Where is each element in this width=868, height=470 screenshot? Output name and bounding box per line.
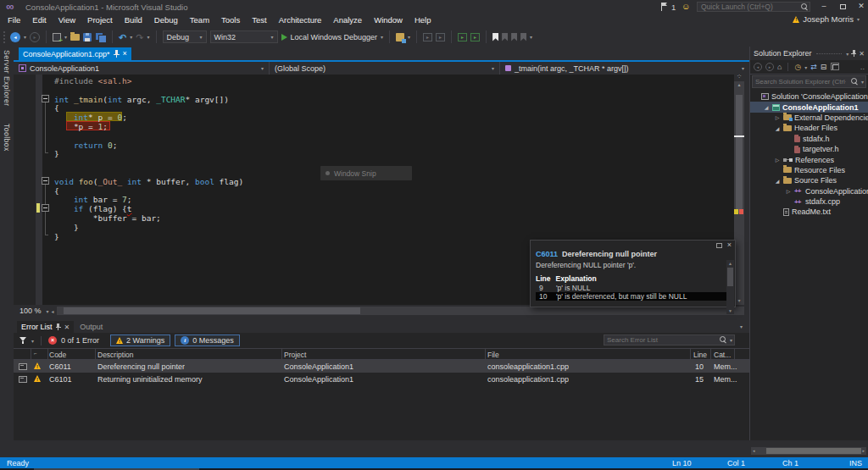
step-over-button[interactable]: ▸ [470,33,480,41]
toolbar-grip[interactable] [3,31,7,43]
menu-debug[interactable]: Debug [148,14,184,27]
scroll-left-icon[interactable]: ◂ [52,308,54,314]
scrollbar-thumb[interactable] [727,268,733,286]
pin-icon[interactable] [114,50,120,58]
chevron-down-icon[interactable]: ▾ [730,337,732,343]
tree-item-solution-consoleapplication1[interactable]: Solution 'ConsoleApplication1' ( [750,91,868,102]
collapse-all-icon[interactable]: ⊟ [821,63,827,71]
collapsed-arrow-icon[interactable]: ▷ [774,114,781,120]
new-item-button[interactable] [53,33,61,41]
step-into-button[interactable]: ▸ [458,33,467,41]
tree-item-consoleapplication1[interactable]: ◢ConsoleApplication1 [750,102,868,112]
notifications-count[interactable]: 1 [671,3,676,12]
solution-explorer-header[interactable]: Solution Explorer ▾ ✕ [750,47,868,60]
toolbar-overflow-icon[interactable]: ▾ [530,34,532,40]
scroll-down-icon[interactable]: ▼ [726,307,734,314]
error-row-c6101[interactable]: C6101Returning uninitialized memoryConso… [14,373,749,385]
expanded-arrow-icon[interactable]: ◢ [774,178,781,184]
menu-file[interactable]: File [2,14,26,27]
sync-with-active-document-button[interactable] [396,33,404,41]
restore-button[interactable] [834,0,851,12]
tree-item-header-files[interactable]: ◢Header Files [750,123,868,133]
start-debugging-icon[interactable] [281,34,287,41]
code-line[interactable]: void foo(_Out_ int * buffer, bool flag) [54,177,243,186]
chevron-down-icon[interactable]: ▾ [24,34,26,40]
close-icon[interactable]: × [123,50,127,58]
tree-item-stdafx-cpp[interactable]: ++stdafx.cpp [750,196,868,207]
member-dropdown[interactable]: _tmain(int argc, _TCHAR * argv[]) ▾ [500,62,749,75]
code-line[interactable]: } [54,149,59,158]
code-line[interactable]: { [54,103,59,113]
explanation-row[interactable]: 10'p' is dereferenced, but may still be … [536,292,727,301]
code-line[interactable]: int bar = 7; [54,195,132,204]
column-header-line[interactable]: Line [693,351,707,359]
error-list-search-box[interactable]: ▾ [604,335,735,346]
open-file-button[interactable] [70,34,80,41]
suppress-message-icon[interactable] [19,363,27,370]
solution-explorer-search-box[interactable]: ▾ [752,75,866,88]
tab-error-list[interactable]: Error List ✕ [17,321,74,333]
back-button[interactable]: ◂ [754,63,762,71]
pin-icon[interactable] [851,50,856,57]
quick-launch-input[interactable] [698,3,798,11]
menu-architecture[interactable]: Architecture [273,14,328,27]
collapsed-arrow-icon[interactable]: ▷ [774,157,781,163]
float-window-icon[interactable] [716,243,722,248]
find-in-files-button[interactable]: ▸ [423,33,432,41]
menu-edit[interactable]: Edit [26,14,52,27]
save-button[interactable] [83,33,92,41]
project-dropdown[interactable]: ConsoleApplication1 ▾ [14,62,270,75]
popup-scrollbar[interactable]: ▲ ▼ [726,260,734,314]
navigate-to-button[interactable]: ▸ [436,33,445,41]
undo-button[interactable]: ↶ [119,32,126,42]
solution-configuration-dropdown[interactable]: Debug▾ [163,30,207,43]
clear-bookmarks-button[interactable] [520,33,526,41]
editor-horizontal-scrollbar[interactable] [57,307,744,315]
home-icon[interactable]: ⌂ [777,63,782,71]
code-line[interactable]: *buffer = bar; [54,213,161,223]
chevron-down-icon[interactable]: ▾ [31,338,34,344]
solution-explorer-search-input[interactable] [753,78,849,86]
tree-item-external-dependencies[interactable]: ▷External Dependencies [750,113,868,123]
tree-item-targetver-h[interactable]: targetver.h [750,144,868,154]
scrollbar-thumb[interactable] [766,448,861,454]
expanded-arrow-icon[interactable]: ◢ [774,125,781,131]
chevron-down-icon[interactable]: ▾ [64,34,67,40]
scroll-left-icon[interactable]: ◂ [753,447,755,455]
menu-help[interactable]: Help [409,14,437,27]
solution-explorer-horizontal-scrollbar[interactable]: ◂ ▸ [751,447,866,455]
errors-toggle[interactable]: 0 of 1 Error [61,336,99,345]
column-header-description[interactable]: Description [97,351,134,359]
minimize-button[interactable]: – [815,0,832,12]
pending-changes-filter-icon[interactable]: ◷ [794,63,801,71]
menu-build[interactable]: Build [119,14,148,27]
expanded-arrow-icon[interactable]: ◢ [763,104,770,110]
sync-with-active-document-icon[interactable]: ⇄ [810,63,817,71]
window-position-icon[interactable]: ▾ [846,51,849,57]
document-tab-consoleapplication1-cpp[interactable]: ConsoleApplication1.cpp* × [19,47,131,60]
pin-icon[interactable] [56,323,61,330]
warnings-toggle[interactable]: 2 Warnings [110,335,170,346]
tree-item-source-files[interactable]: ◢Source Files [750,175,868,185]
properties-icon[interactable] [832,64,839,70]
collapsed-arrow-icon[interactable]: ▷ [785,188,792,194]
tree-item-consoleapplication1-c[interactable]: ▷++ConsoleApplication1.c [750,186,868,196]
toggle-bookmark-button[interactable] [492,33,498,41]
tree-item-references[interactable]: ▷References [750,154,868,164]
code-line[interactable]: return 0; [54,141,117,150]
code-line[interactable]: } [54,223,79,232]
explanation-row[interactable]: 9'p' is NULL [536,284,735,292]
severity-sort-icon[interactable]: ⌐ [34,351,37,356]
redo-button[interactable]: ↷ [136,32,143,42]
error-list-search-input[interactable] [604,336,717,344]
tab-output[interactable]: Output [75,321,107,333]
chevron-down-icon[interactable]: ▾ [381,34,383,40]
column-header-code[interactable]: Code [49,351,66,359]
menu-window[interactable]: Window [368,14,409,27]
chevron-down-icon[interactable]: ▾ [47,308,49,314]
chevron-down-icon[interactable]: ▾ [804,64,807,70]
tree-item-stdafx-h[interactable]: stdafx.h [750,134,868,144]
code-line[interactable]: *p = 1; [54,122,108,131]
column-header-category[interactable]: Cat... [714,351,731,359]
close-icon[interactable]: ✕ [64,323,70,331]
